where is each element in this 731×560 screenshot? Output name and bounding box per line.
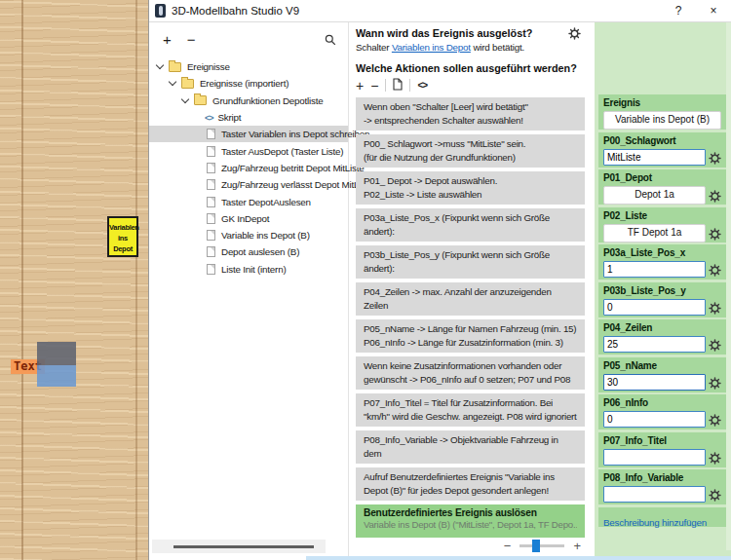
- remove-action-button[interactable]: −: [370, 78, 378, 93]
- action-detail: Variable ins Depot (B) ("MitListe", Depo…: [364, 519, 577, 530]
- actions-toolbar: + − <>: [356, 78, 585, 93]
- tree-item[interactable]: Grundfunktionen Depotliste: [149, 93, 348, 109]
- tree-item[interactable]: Taster AusDepot (Taster Liste): [149, 142, 348, 159]
- gear-icon[interactable]: [568, 27, 581, 40]
- comment-action[interactable]: Wenn oben "Schalter [Leer] wird betätigt…: [356, 97, 585, 131]
- gear-icon[interactable]: [709, 263, 721, 276]
- expand-chevron-icon[interactable]: [169, 78, 176, 86]
- zoom-in-button[interactable]: +: [573, 539, 581, 553]
- gear-icon[interactable]: [709, 376, 721, 389]
- tree-item[interactable]: Taster Variablen ins Depot schreiben: [149, 126, 348, 142]
- tree-item[interactable]: GK InDepot: [149, 210, 348, 227]
- parameter-tile: P04_Zeilen: [598, 319, 726, 355]
- comment-action[interactable]: P03a_Liste_Pos_x (Fixpunkt wenn sich Grö…: [356, 208, 585, 242]
- gear-icon[interactable]: [709, 488, 721, 501]
- tree-item[interactable]: Liste Init (intern): [149, 261, 348, 278]
- gear-icon[interactable]: [709, 227, 721, 240]
- title-bar[interactable]: 3D-Modellbahn Studio V9 ? ×: [149, 0, 731, 22]
- tree-item[interactable]: Depot auslesen (B): [149, 243, 348, 260]
- gear-icon[interactable]: [709, 151, 721, 164]
- parameter-select-button[interactable]: Depot 1a: [603, 186, 706, 205]
- copy-action-icon[interactable]: [393, 78, 403, 93]
- tree-horizontal-scrollbar[interactable]: [152, 540, 326, 553]
- help-button[interactable]: ?: [661, 0, 696, 21]
- gear-icon[interactable]: [709, 338, 721, 351]
- comment-action[interactable]: P05_nName -> Länge für Namen Fahrzeug (m…: [356, 319, 585, 353]
- comment-action[interactable]: P03b_Liste_Pos_y (Fixpunkt wenn sich Grö…: [356, 245, 585, 279]
- scene-cube-object[interactable]: [37, 342, 76, 387]
- action-title: Benutzerdefiniertes Ereignis auslösen: [364, 507, 577, 518]
- parameter-input[interactable]: [603, 486, 706, 503]
- parameter-input[interactable]: [603, 149, 706, 166]
- tree-item[interactable]: Zug/Fahrzeug verlässt Depot MitListe: [149, 176, 348, 193]
- document-icon: [207, 197, 215, 207]
- depot-sign-line2: ins Depot: [109, 234, 136, 255]
- zoom-slider-handle[interactable]: [532, 540, 540, 552]
- add-action-button[interactable]: +: [356, 78, 364, 93]
- parameter-input[interactable]: [603, 374, 706, 391]
- tree-item-label: Liste Init (intern): [221, 264, 286, 275]
- window-title: 3D-Modellbahn Studio V9: [172, 5, 299, 17]
- gear-icon[interactable]: [709, 451, 721, 464]
- scrollbar-thumb[interactable]: [173, 545, 314, 548]
- parameter-label: Ereignis: [603, 97, 721, 109]
- comment-action[interactable]: P00_ Schlagwort ->muss "MitListe" sein. …: [356, 134, 585, 168]
- gear-icon[interactable]: [709, 301, 721, 314]
- expand-chevron-icon[interactable]: [156, 61, 164, 69]
- trigger-event-action[interactable]: Benutzerdefiniertes Ereignis auslösen Va…: [356, 504, 585, 538]
- parameter-input[interactable]: [603, 449, 706, 466]
- expand-chevron-icon[interactable]: [181, 94, 189, 102]
- parameter-row: [603, 149, 721, 166]
- parameter-label: P01_Depot: [603, 172, 721, 184]
- parameter-select-button[interactable]: Variable ins Depot (B): [603, 111, 721, 130]
- parameter-input[interactable]: [603, 336, 706, 353]
- tree-item[interactable]: Ereignisse (importiert): [149, 75, 348, 92]
- zoom-slider-track[interactable]: [519, 544, 564, 547]
- tree-item[interactable]: Variable ins Depot (B): [149, 227, 348, 243]
- parameter-input[interactable]: [603, 261, 706, 278]
- parameter-row: [603, 336, 721, 353]
- parameter-input[interactable]: [603, 299, 706, 316]
- parameter-select-button[interactable]: TF Depot 1a: [603, 224, 706, 243]
- depot-sign-object[interactable]: Variablen ins Depot: [107, 216, 138, 257]
- zoom-out-button[interactable]: −: [504, 539, 512, 553]
- parameter-label: P03a_Liste_Pos_x: [603, 247, 721, 259]
- parameter-label: P02_Liste: [603, 210, 721, 222]
- tree-item-label: Taster Variablen ins Depot schreiben: [221, 129, 369, 139]
- add-description-link[interactable]: Beschreibung hinzufügen: [603, 517, 707, 528]
- trigger-switch-link[interactable]: Variablen ins Depot: [392, 42, 471, 53]
- comment-action[interactable]: P04_Zeilen -> max. Anzahl der anzuzeigen…: [356, 282, 585, 316]
- script-icon: <>: [205, 113, 213, 123]
- add-event-button[interactable]: +: [163, 33, 172, 47]
- tree-item-label: GK InDepot: [221, 213, 269, 224]
- document-icon: [207, 146, 215, 157]
- zoom-control: − +: [504, 539, 581, 553]
- parameter-row: [603, 449, 721, 466]
- tree-item-label: Skript: [218, 112, 242, 123]
- app-icon: [155, 4, 166, 18]
- document-icon: [207, 264, 215, 275]
- comment-action[interactable]: P07_Info_Titel = Titel für Zusatzinforma…: [356, 393, 585, 427]
- document-icon: [207, 246, 215, 257]
- search-icon[interactable]: [325, 32, 336, 49]
- parameter-tile: P08_Info_Variable: [598, 469, 726, 504]
- code-view-button[interactable]: <>: [417, 80, 427, 91]
- remove-event-button[interactable]: −: [187, 33, 196, 47]
- trigger-suffix: wird betätigt.: [471, 42, 524, 53]
- tree-toolbar: + −: [149, 22, 348, 52]
- comment-action[interactable]: Aufruf Benutzerdefiniertes Ereignis "Var…: [356, 467, 585, 501]
- tree-item[interactable]: Zug/Fahrzeug betritt Depot MitListe: [149, 160, 348, 176]
- tree-item[interactable]: <>Skript: [149, 109, 348, 126]
- gear-icon[interactable]: [709, 189, 721, 202]
- trigger-description: Schalter Variablen ins Depot wird betäti…: [356, 42, 585, 53]
- tree-item[interactable]: Taster DepotAuslesen: [149, 193, 348, 209]
- comment-action[interactable]: P01_ Depot -> Depot auswählen. P02_Liste…: [356, 171, 585, 205]
- comment-action[interactable]: Wenn keine Zusatzinformationen vorhanden…: [356, 356, 585, 390]
- toolbar-separator: [409, 79, 410, 92]
- parameter-input[interactable]: [603, 411, 706, 428]
- window-bottom-edge: [306, 556, 731, 560]
- close-button[interactable]: ×: [696, 0, 731, 21]
- gear-icon[interactable]: [709, 413, 721, 426]
- comment-action[interactable]: P08_Info_Variable -> Objektvariable Fahr…: [356, 430, 585, 464]
- tree-item[interactable]: Ereignisse: [149, 58, 348, 75]
